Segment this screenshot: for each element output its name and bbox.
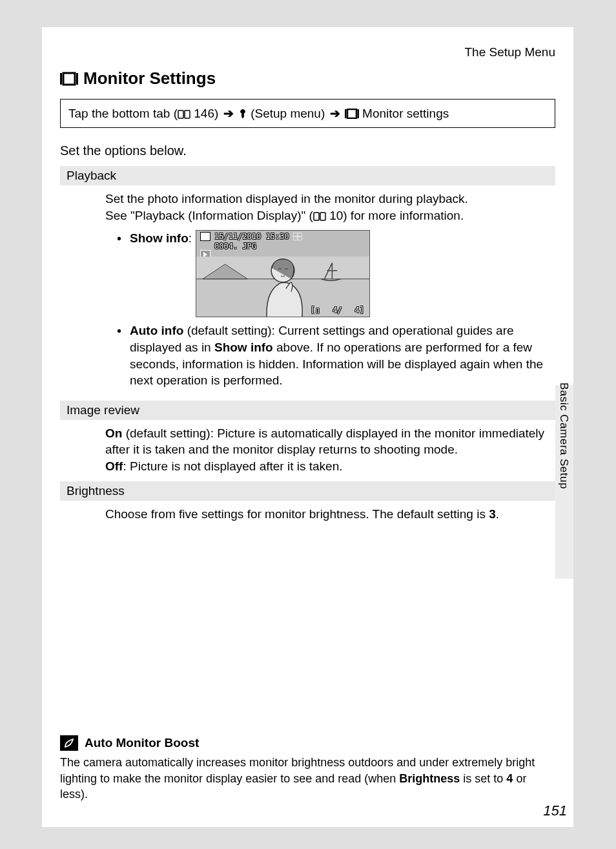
wrench-icon	[238, 109, 247, 119]
section-body-image-review: On (default setting): Picture is automat…	[60, 420, 555, 481]
page-content: The Setup Menu Monitor Settings Tap the …	[42, 27, 573, 827]
section-body-brightness: Choose from five settings for monitor br…	[60, 501, 555, 529]
section-header-image-review: Image review	[60, 401, 555, 420]
svg-rect-1	[76, 73, 78, 85]
breadcrumb-setup: (Setup menu)	[247, 107, 329, 120]
on-label: On	[105, 426, 122, 440]
breadcrumb-monitor: Monitor settings	[359, 107, 449, 120]
playback-bullets: Show info: 15/11/2010 15:30 0004. JPG ★	[117, 230, 555, 389]
monitor-icon	[345, 109, 359, 119]
intro-text: Set the options below.	[60, 143, 555, 158]
page-number: 151	[543, 802, 567, 819]
arrow-icon: ➔	[223, 107, 234, 120]
preview-datetime: 15/11/2010 15:30	[214, 232, 289, 241]
preview-counter1: 4/	[333, 305, 342, 315]
note-box: Auto Monitor Boost The camera automatica…	[60, 735, 555, 802]
playback-preview: 15/11/2010 15:30 0004. JPG ★	[196, 230, 370, 317]
breadcrumb-seg1: )	[214, 107, 222, 120]
playback-line1: Set the photo information displayed in t…	[105, 191, 555, 207]
title-text: Monitor Settings	[83, 68, 216, 89]
side-label: Basic Camera Setup	[557, 383, 570, 489]
arrow-icon: ➔	[330, 107, 340, 120]
breadcrumb-pageref: 146	[194, 107, 214, 120]
pencil-icon	[60, 735, 78, 751]
section-body-playback: Set the photo information displayed in t…	[60, 185, 555, 401]
preview-filename: 0004. JPG	[214, 241, 256, 251]
bullet-auto-info: Auto info (default setting): Current set…	[117, 322, 555, 389]
svg-rect-3	[178, 110, 183, 118]
note-title-row: Auto Monitor Boost	[60, 735, 555, 751]
svg-rect-4	[185, 110, 190, 118]
note-title: Auto Monitor Boost	[85, 736, 199, 750]
svg-rect-2	[63, 73, 75, 85]
brightness-default: 3	[489, 507, 496, 521]
preview-counter2: 4]	[355, 305, 364, 315]
monitor-icon	[60, 72, 78, 86]
breadcrumb-prefix: Tap the bottom tab (	[68, 107, 178, 120]
show-info-label: Show info	[130, 231, 189, 245]
preview-bottom-row: [▯ 4/ 4]	[311, 305, 364, 315]
breadcrumb: Tap the bottom tab ( 146) ➔ (Setup menu)…	[60, 99, 555, 128]
battery-icon: [▯	[311, 305, 320, 315]
auto-info-label: Auto info	[130, 324, 183, 337]
preview-top-row: 15/11/2010 15:30	[200, 232, 302, 241]
camera-icon	[200, 232, 210, 241]
svg-rect-7	[347, 109, 356, 118]
off-label: Off	[105, 459, 123, 473]
book-icon	[178, 110, 190, 119]
svg-rect-5	[345, 109, 347, 118]
section-header-brightness: Brightness	[60, 481, 555, 501]
book-icon	[313, 212, 326, 221]
page-title: Monitor Settings	[60, 68, 555, 89]
bullet-show-info: Show info: 15/11/2010 15:30 0004. JPG ★	[117, 230, 555, 317]
svg-rect-8	[314, 213, 319, 220]
quality-icon	[293, 233, 302, 240]
playback-line2: See "Playback (Information Display)" ( 1…	[105, 207, 555, 224]
svg-rect-0	[60, 73, 62, 85]
section-header-playback: Playback	[60, 166, 555, 185]
note-body: The camera automatically increases monit…	[60, 755, 555, 802]
header-chapter: The Setup Menu	[60, 45, 555, 59]
svg-rect-9	[320, 213, 325, 220]
